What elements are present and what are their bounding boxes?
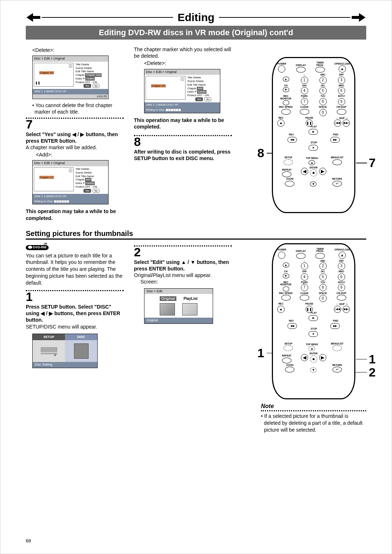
svg-rect-0 [41, 347, 57, 352]
rec-monitor-button[interactable] [283, 100, 289, 105]
callout-2-right: 2 [369, 365, 376, 379]
skip-back-button[interactable]: |◀◀ [334, 119, 341, 127]
digit-5-button[interactable]: 5 [319, 273, 327, 281]
fwd-button[interactable]: ▶▶ [330, 323, 340, 329]
clear-button[interactable] [300, 295, 309, 301]
osd-screenshot-1: Disc > Edit > Original 1 Chapter 2/2 ❚❚ … [32, 56, 109, 99]
skip-fwd-button[interactable]: ▶▶| [343, 306, 350, 313]
digit-2-button[interactable]: 2 [319, 262, 327, 270]
warning-text-2: This operation may take a while to be co… [134, 117, 232, 130]
ch-up-button[interactable]: ▲ [283, 262, 289, 268]
skip-fwd-button[interactable]: ▶▶| [343, 119, 350, 127]
step-number-7: 7 [26, 118, 124, 130]
setup-button[interactable] [283, 345, 293, 351]
step8-instruction: After writing to disc is completed, pres… [134, 148, 232, 162]
nav-right-button[interactable]: ▶ [319, 168, 326, 175]
skip-back-button[interactable]: |◀◀ [334, 306, 341, 313]
nav-right-button[interactable]: ▶ [319, 354, 326, 361]
note-body: • If a selected picture for a thumbnail … [261, 413, 366, 433]
repeat-button[interactable] [282, 358, 291, 363]
digit-3-button[interactable]: 3 [338, 262, 345, 270]
digit-4-button[interactable]: 4 [301, 273, 308, 281]
digit-5-button[interactable]: 5 [319, 87, 327, 94]
rev-button[interactable]: ◀◀ [287, 137, 297, 143]
rev-button[interactable]: ◀◀ [287, 323, 297, 329]
nav-down-button[interactable]: ▼ [310, 182, 317, 187]
rec-speed-button[interactable] [281, 295, 291, 301]
return-button[interactable]: ↵ [332, 367, 342, 372]
digit-1-button[interactable]: 1 [301, 262, 308, 270]
digit-9-button[interactable]: 9 [338, 284, 345, 291]
topmenu-button[interactable]: ▲ [309, 160, 315, 165]
digit-8-button[interactable]: 8 [319, 284, 327, 291]
nav-down-button[interactable]: ▼ [310, 367, 317, 372]
thumb-intro: You can set a picture to each title for … [26, 252, 124, 286]
ch-down-button[interactable]: ▼ [283, 87, 289, 92]
ch-down-button[interactable]: ▼ [283, 273, 289, 278]
rec-button[interactable]: ● [277, 119, 285, 127]
subtitle-bar: Editing DVD-RW discs in VR mode (Origina… [26, 26, 366, 40]
play-button[interactable]: ▶ [309, 315, 318, 321]
page-number: 68 [26, 538, 31, 543]
step1-body: SETUP/DISC menu will appear. [26, 323, 124, 330]
cm-skip-button[interactable] [337, 295, 346, 301]
enter-button[interactable]: ● [310, 169, 317, 176]
digit-9-button[interactable]: 9 [338, 98, 345, 105]
step7-instruction: Select "Yes" using ◀ / ▶ buttons, then p… [26, 131, 124, 144]
note-bullet: • You cannot delete the first chapter ma… [32, 102, 124, 115]
topmenu-up-button[interactable]: ▲ [309, 346, 315, 351]
timer-prog-button[interactable] [315, 253, 325, 259]
digit-4-button[interactable]: 4 [301, 87, 308, 94]
osd-screenshot-3: Disc > Edit > Original 1 Chapter 2/2 Tit… [144, 69, 220, 113]
zoom-button[interactable] [285, 367, 294, 372]
open-close-button[interactable]: ▲ [339, 65, 346, 73]
clear-button[interactable] [300, 109, 309, 115]
remote-control-diagram: POWER DISPLAY TIMER PROG. OPEN/CLOSE▲ ▲ … [272, 57, 355, 213]
callout-1-right: 1 [369, 352, 376, 366]
callout-8: 8 [257, 146, 264, 160]
digit-6-button[interactable]: 6 [338, 273, 345, 281]
header-decoration: Editing [26, 11, 366, 24]
remote-control-diagram-2: POWER DISPLAY TIMER PROG. OPEN/CLOSE▲ ▲ … [272, 243, 355, 399]
digit-0-button[interactable]: 0 [319, 109, 327, 116]
menulist-button[interactable] [332, 159, 342, 165]
power-button[interactable] [278, 252, 285, 259]
digit-8-button[interactable]: 8 [319, 98, 327, 105]
chapter-delete-text: The chapter marker which you selected wi… [134, 46, 232, 59]
step7-body: A chapter marker will be added. [26, 144, 124, 151]
repeat-button[interactable] [282, 171, 291, 177]
digit-2-button[interactable]: 2 [319, 77, 327, 84]
delete-tag: <Delete>: [32, 47, 124, 53]
subheading: Setting pictures for thumbnails [26, 229, 366, 238]
fwd-button[interactable]: ▶▶ [330, 137, 340, 143]
digit-3-button[interactable]: 3 [338, 77, 345, 84]
digit-7-button[interactable]: 7 [301, 284, 308, 291]
cm-skip-button[interactable] [337, 109, 346, 115]
stop-button[interactable]: ■ [309, 331, 318, 337]
display-button[interactable] [296, 253, 306, 259]
enter-button[interactable]: ● [310, 355, 317, 363]
setup-button[interactable] [283, 159, 293, 165]
digit-6-button[interactable]: 6 [338, 87, 345, 94]
rec-monitor-button[interactable] [283, 286, 289, 292]
play-button[interactable]: ▶ [309, 129, 318, 135]
nav-left-button[interactable]: ◀ [301, 354, 308, 361]
ch-up-button[interactable]: ▲ [283, 77, 289, 82]
return-button[interactable]: ↵ [332, 181, 342, 187]
digit-1-button[interactable]: 1 [301, 77, 308, 84]
delete-tag-2: <Delete>: [144, 60, 232, 66]
step1-instruction: Press SETUP button. Select "DISC" using … [26, 304, 124, 323]
digit-7-button[interactable]: 7 [301, 98, 308, 105]
rec-button[interactable]: ● [277, 306, 285, 313]
menulist-button[interactable] [332, 345, 342, 351]
display-button[interactable] [296, 67, 306, 73]
timer-prog-button[interactable] [315, 67, 325, 73]
zoom-button[interactable] [285, 181, 294, 187]
callout-1-left: 1 [257, 346, 264, 360]
power-button[interactable] [278, 65, 285, 73]
rec-speed-button[interactable] [281, 109, 291, 115]
stop-button[interactable]: ■ [309, 145, 318, 151]
nav-left-button[interactable]: ◀ [301, 168, 308, 175]
open-close-button[interactable]: ▲ [339, 252, 346, 259]
digit-0-button[interactable]: 0 [319, 295, 327, 302]
